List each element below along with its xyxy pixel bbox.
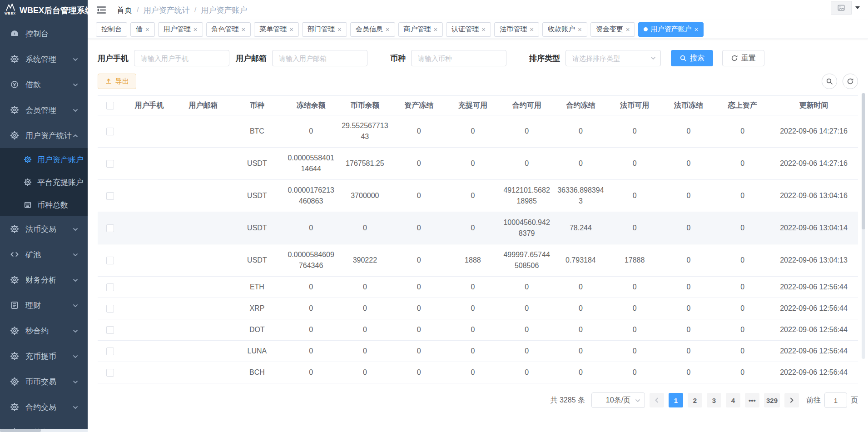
tab-user-mgmt[interactable]: 用户管理× [158,22,203,37]
page-button-2[interactable]: 2 [688,393,702,407]
table-row: BCH 0 0 0 0 0 0 0 0 0 2022-09-06 12:56:4… [98,362,858,383]
row-checkbox[interactable] [106,192,114,200]
close-icon[interactable]: × [193,26,198,33]
row-checkbox[interactable] [106,305,114,313]
tab-auth-mgmt[interactable]: 认证管理× [446,22,491,37]
page-button-1[interactable]: 1 [669,393,683,407]
table-row: DOT 0 0 0 0 0 0 0 0 0 2022-09-06 12:56:4… [98,319,858,341]
close-icon[interactable]: × [578,26,582,33]
prev-page-button[interactable] [650,393,664,407]
cell-update-time: 2022-09-06 12:56:44 [769,298,858,319]
tab-role-mgmt[interactable]: 角色管理× [206,22,251,37]
code-icon [10,250,19,259]
sidebar-item-contract-trade[interactable]: 合约交易 [0,394,88,420]
coin-filter-input[interactable] [411,50,506,66]
row-checkbox[interactable] [106,348,114,355]
sidebar-sub-platform-recharge-account[interactable]: 平台充提账户 [0,171,88,194]
tab-fiat-mgmt[interactable]: 法币管理× [494,22,539,37]
chevron-down-icon [72,404,79,410]
close-icon[interactable]: × [386,26,390,33]
col-recharge-available: 充提可用 [446,96,500,115]
tab-console[interactable]: 控制台 [96,22,127,37]
col-update-time: 更新时间 [769,96,858,115]
tab-merchant-mgmt[interactable]: 商户管理× [398,22,443,37]
col-contract-available: 合约可用 [500,96,554,115]
row-checkbox[interactable] [106,257,114,264]
row-checkbox[interactable] [106,128,114,135]
export-button[interactable]: 导出 [98,74,136,89]
row-checkbox[interactable] [106,326,114,334]
sidebar-item-deposit-withdraw[interactable]: 充币提币 [0,343,88,369]
close-icon[interactable]: × [530,26,534,33]
sidebar-sub-user-asset-account[interactable]: 用户资产账户 [0,148,88,171]
pagination: 共 3285 条 10条/页 1 2 3 4 ••• 329 前往 页 [98,392,858,422]
close-icon[interactable]: × [242,26,246,33]
cell-coin: USDT [230,185,284,206]
breadcrumb-user-asset-stats: 用户资产统计 [144,5,190,15]
tab-dept-mgmt[interactable]: 部门管理× [302,22,347,37]
sidebar-item-system-mgmt[interactable]: 系统管理 [0,46,88,72]
more-pages-button[interactable]: ••• [745,393,759,407]
email-filter-input[interactable] [272,50,367,66]
sidebar-item-user-asset-stats[interactable]: 用户资产统计 [0,123,88,148]
sort-type-select[interactable] [565,50,661,66]
pagination-total: 共 3285 条 [550,396,585,405]
page-button-329[interactable]: 329 [764,393,780,407]
sidebar-sub-coin-total[interactable]: 币种总数 [0,194,88,216]
sidebar-collapse-button[interactable] [96,5,107,15]
search-button[interactable]: 搜索 [671,50,713,66]
tab-payee-account[interactable]: 收款账户× [542,22,587,37]
page-button-4[interactable]: 4 [726,393,740,407]
close-icon[interactable]: × [434,26,438,33]
row-checkbox[interactable] [106,283,114,291]
tab-fund-change[interactable]: 资金变更× [590,22,635,37]
close-icon[interactable]: × [145,26,149,33]
gear-icon [10,352,19,361]
tab-loan[interactable]: 借× [130,22,155,37]
close-icon[interactable]: × [337,26,342,33]
col-email: 用户邮箱 [176,96,230,115]
sidebar-item-fiat-trade[interactable]: 法币交易 [0,216,88,242]
row-checkbox[interactable] [106,160,114,168]
table-row: USDT 0.0000584609764346 390222 0 1888 49… [98,244,858,277]
tab-user-asset-account[interactable]: 用户资产账户× [638,22,704,37]
close-icon[interactable]: × [481,26,486,33]
gear-icon [10,402,19,412]
tab-menu-mgmt[interactable]: 菜单管理× [254,22,299,37]
close-icon[interactable]: × [289,26,293,33]
close-icon[interactable]: × [626,26,630,33]
sidebar-item-finance-analysis[interactable]: 财务分析 [0,267,88,293]
table-row: XRP 0 0 0 0 0 0 0 0 0 2022-09-06 12:56:4… [98,298,858,319]
page-button-3[interactable]: 3 [707,393,721,407]
sidebar-horizontal-scrollbar[interactable] [0,429,88,432]
main-area: 首页 / 用户资产统计 / 用户资产账户 控制台 借× 用户管理× 角色管理× … [88,0,868,432]
breadcrumb-home[interactable]: 首页 [117,5,132,15]
goto-page-input[interactable] [824,392,847,408]
tab-member-info[interactable]: 会员信息× [350,22,395,37]
row-checkbox[interactable] [106,369,114,377]
avatar[interactable] [831,1,852,15]
sidebar-item-wealth[interactable]: 理财 [0,293,88,318]
close-icon[interactable]: × [694,26,698,33]
row-checkbox[interactable] [106,224,114,232]
vertical-scrollbar[interactable] [862,93,865,359]
table-toolbar: 导出 [98,74,858,89]
page-size-select[interactable]: 10条/页 [591,392,645,408]
reset-button[interactable]: 重置 [722,50,764,66]
toggle-search-button[interactable] [822,74,837,89]
upload-icon [105,78,112,85]
cell-update-time: 2022-09-06 12:56:44 [769,277,858,298]
next-page-button[interactable] [784,393,799,407]
sidebar-item-coin-trade[interactable]: 币币交易 [0,369,88,394]
phone-filter-input[interactable] [134,50,229,66]
sidebar-item-second-contract[interactable]: 秒合约 [0,318,88,343]
sidebar-item-loan[interactable]: 借款 [0,72,88,97]
select-all-checkbox[interactable] [106,102,114,109]
sidebar-item-console[interactable]: 控制台 [0,21,88,46]
sidebar-item-mining-pool[interactable]: 矿池 [0,242,88,267]
sort-type-label: 排序类型 [529,53,560,64]
refresh-table-button[interactable] [843,74,858,89]
user-menu-caret-icon[interactable] [855,6,860,9]
sidebar-item-member-mgmt[interactable]: 会员管理 [0,97,88,123]
breadcrumb-separator: / [194,5,197,15]
